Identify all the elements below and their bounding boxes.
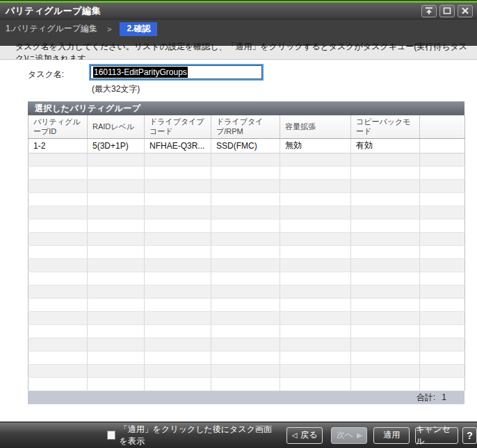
empty-cell: [420, 324, 465, 338]
back-button-label: 戻る: [300, 429, 317, 441]
empty-cell: [280, 245, 351, 258]
empty-cell: [88, 206, 145, 219]
empty-cell: [145, 153, 211, 166]
empty-cell: [211, 179, 280, 192]
apply-button-label: 適用: [383, 429, 400, 441]
cell-parity-group-id: 1-2: [29, 138, 88, 153]
empty-cell: [211, 364, 280, 377]
close-button[interactable]: [458, 5, 473, 17]
show-task-screen-checkbox[interactable]: [107, 431, 115, 440]
empty-cell: [29, 272, 88, 285]
maximize-button[interactable]: [439, 5, 455, 17]
empty-cell: [211, 298, 280, 311]
back-arrow-icon: ◁: [292, 431, 298, 439]
empty-cell: [145, 364, 211, 377]
instruction-bar: タスク名を入力してください。リストの設定を確認し、「適用」をクリックするとタスク…: [0, 46, 477, 60]
empty-row: [29, 272, 465, 285]
empty-cell: [351, 298, 420, 311]
dialog-title: パリティグループ編集: [6, 5, 419, 17]
empty-cell: [351, 232, 420, 245]
empty-row: [29, 153, 465, 166]
empty-row: [29, 311, 465, 324]
empty-row: [29, 206, 465, 219]
empty-cell: [420, 179, 465, 192]
empty-row: [29, 219, 465, 232]
empty-cell: [145, 351, 211, 364]
empty-cell: [420, 192, 465, 206]
empty-row: [29, 232, 465, 245]
empty-cell: [88, 258, 145, 272]
empty-cell: [29, 232, 88, 245]
col-header-copy-back-mode: コピーバックモード: [351, 115, 420, 138]
empty-row: [29, 179, 465, 192]
empty-cell: [280, 153, 351, 166]
empty-row: [29, 377, 465, 390]
empty-cell: [88, 272, 145, 285]
empty-cell: [351, 324, 420, 338]
empty-cell: [280, 232, 351, 245]
help-button[interactable]: ?: [462, 427, 477, 444]
empty-cell: [211, 166, 280, 179]
empty-cell: [145, 245, 211, 258]
empty-cell: [351, 364, 420, 377]
empty-row: [29, 285, 465, 298]
empty-cell: [211, 206, 280, 219]
empty-cell: [29, 245, 88, 258]
empty-cell: [145, 298, 211, 311]
rollup-button[interactable]: [421, 5, 437, 17]
empty-cell: [351, 272, 420, 285]
col-header-empty: [420, 115, 465, 138]
empty-cell: [211, 219, 280, 232]
empty-cell: [88, 179, 145, 192]
empty-cell: [88, 232, 145, 245]
cell-raid-level: 5(3D+1P): [88, 138, 145, 153]
empty-cell: [420, 232, 465, 245]
empty-cell: [280, 311, 351, 324]
empty-cell: [88, 351, 145, 364]
empty-cell: [420, 285, 465, 298]
empty-cell: [29, 192, 88, 206]
help-button-label: ?: [467, 430, 473, 441]
empty-row: [29, 351, 465, 364]
empty-cell: [29, 311, 88, 324]
empty-cell: [211, 351, 280, 364]
empty-cell: [420, 311, 465, 324]
breadcrumb-step-2-active: 2.確認: [120, 22, 157, 36]
empty-cell: [29, 338, 88, 351]
empty-cell: [351, 338, 420, 351]
maximize-icon: [443, 7, 451, 15]
empty-cell: [88, 364, 145, 377]
task-name-input[interactable]: 160113-EditParityGroups: [90, 65, 262, 79]
empty-cell: [145, 338, 211, 351]
empty-cell: [29, 179, 88, 192]
empty-cell: [280, 298, 351, 311]
empty-cell: [280, 364, 351, 377]
empty-cell: [280, 338, 351, 351]
empty-cell: [351, 179, 420, 192]
empty-cell: [211, 192, 280, 206]
rollup-icon: [425, 7, 433, 15]
col-header-parity-group-id: パリティグループID: [29, 115, 88, 138]
col-header-drive-type-rpm: ドライブタイプ/RPM: [211, 115, 280, 138]
empty-cell: [145, 258, 211, 272]
empty-cell: [29, 377, 88, 390]
empty-cell: [351, 258, 420, 272]
cell-capacity-expansion: 無効: [280, 138, 351, 153]
empty-row: [29, 338, 465, 351]
table-header-row: パリティグループID RAIDレベル ドライブタイプコード ドライブタイプ/RP…: [29, 115, 465, 138]
empty-cell: [145, 272, 211, 285]
dialog-content: タスク名: 160113-EditParityGroups (最大32文字) 選…: [0, 60, 477, 422]
apply-button[interactable]: 適用: [373, 427, 410, 444]
empty-cell: [145, 206, 211, 219]
next-button-disabled: 次へ ▶: [331, 427, 367, 444]
empty-cell: [88, 324, 145, 338]
empty-cell: [420, 245, 465, 258]
cell-drive-type-rpm: SSD(FMC): [211, 138, 280, 153]
cancel-button[interactable]: キャンセル: [415, 427, 458, 444]
empty-cell: [88, 166, 145, 179]
back-button[interactable]: ◁ 戻る: [286, 427, 323, 444]
empty-cell: [420, 377, 465, 390]
empty-row: [29, 258, 465, 272]
empty-cell: [29, 206, 88, 219]
col-header-raid-level: RAIDレベル: [88, 115, 145, 138]
